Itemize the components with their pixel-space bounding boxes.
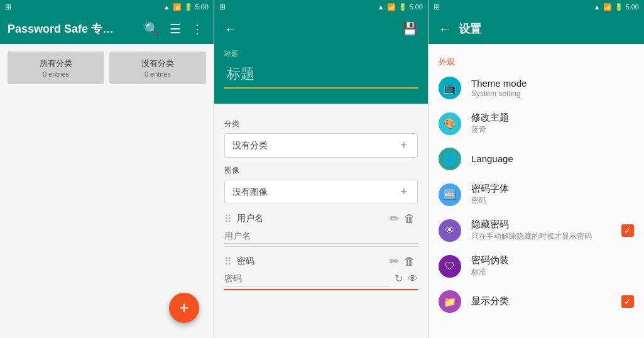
category-value: 没有分类 <box>232 140 398 151</box>
color-icon-circle: 🎨 <box>439 112 461 135</box>
signal-icon-3: 📶 <box>603 3 612 11</box>
drag-handle-username[interactable]: ⠿ <box>224 213 232 225</box>
hide-password-icon-circle: 👁 <box>439 219 461 242</box>
statusbar-1: ⊞ ▲ 📶 🔋 5:00 <box>0 0 214 14</box>
language-text: Language <box>471 153 634 165</box>
edit-username-icon[interactable]: ✏ <box>387 212 401 226</box>
statusbar-left-2: ⊞ <box>219 3 226 11</box>
camouflage-icon-circle: 🛡 <box>439 255 461 278</box>
signal-icon-1: 📶 <box>173 3 182 11</box>
font-title: 密码字体 <box>471 183 634 195</box>
search-icon[interactable]: 🔍 <box>141 19 162 39</box>
camouflage-icon: 🛡 <box>445 261 455 272</box>
font-icon-circle: 🔤 <box>439 183 461 206</box>
category-field[interactable]: 没有分类 + <box>224 133 418 158</box>
settings-item-hide-password[interactable]: 👁 隐藏密码 只在手动解除隐藏的时候才显示密码 ✓ <box>428 212 644 248</box>
color-icon: 🎨 <box>444 117 456 129</box>
password-field: ⠿ 密码 ✏ 🗑 ↻ 👁 <box>224 254 418 290</box>
panel3: ⊞ ▲ 📶 🔋 5:00 ← 设置 外观 📺 Theme mode System… <box>428 0 644 338</box>
show-category-icon: 📁 <box>444 296 456 308</box>
edit-password-icon[interactable]: ✏ <box>387 254 401 268</box>
refresh-password-icon[interactable]: ↻ <box>395 273 403 285</box>
title-field-label: 标题 <box>224 49 418 58</box>
username-field-label: 用户名 <box>237 213 387 224</box>
wifi-icon-2: ▲ <box>378 3 385 11</box>
appbar-1: Password Safe 专… 🔍 ☰ ⋮ <box>0 14 214 44</box>
statusbar-right-2: ▲ 📶 🔋 5:00 <box>378 3 423 11</box>
hide-password-subtitle: 只在手动解除隐藏的时候才显示密码 <box>471 231 621 242</box>
toggle-password-icon[interactable]: 👁 <box>408 273 418 285</box>
delete-password-icon[interactable]: 🗑 <box>401 255 418 268</box>
show-category-title: 显示分类 <box>471 295 621 307</box>
all-categories-btn[interactable]: 所有分类 0 entries <box>8 52 104 84</box>
no-categories-btn[interactable]: 没有分类 0 entries <box>109 52 206 84</box>
settings-item-language[interactable]: 🌐 Language <box>428 141 644 177</box>
statusbar-2: ⊞ ▲ 📶 🔋 5:00 <box>214 0 428 14</box>
fab-button[interactable]: + <box>169 293 199 323</box>
statusbar-right-3: ▲ 📶 🔋 5:00 <box>594 3 639 11</box>
camouflage-title: 密码伪装 <box>471 254 634 266</box>
settings-item-font[interactable]: 🔤 密码字体 密码 <box>428 177 644 212</box>
app-title: Password Safe 专… <box>8 21 136 36</box>
all-categories-label: 所有分类 <box>13 58 99 69</box>
theme-subtitle: System setting <box>471 89 634 98</box>
app-icon-2: ⊞ <box>219 3 226 11</box>
font-text: 密码字体 密码 <box>471 183 634 206</box>
back-icon-3[interactable]: ← <box>436 19 454 39</box>
category-buttons: 所有分类 0 entries 没有分类 0 entries <box>8 52 206 84</box>
add-category-icon[interactable]: + <box>398 139 410 152</box>
username-input[interactable] <box>224 228 418 244</box>
camouflage-text: 密码伪装 标准 <box>471 254 634 278</box>
drag-handle-password[interactable]: ⠿ <box>224 256 232 268</box>
image-section-label: 图像 <box>224 165 418 176</box>
save-icon[interactable]: 💾 <box>400 19 420 39</box>
image-field[interactable]: 没有图像 + <box>224 180 418 204</box>
show-category-icon-circle: 📁 <box>439 290 461 313</box>
theme-icon: 📺 <box>444 82 456 94</box>
more-icon[interactable]: ⋮ <box>188 19 206 39</box>
battery-icon-1: 🔋 <box>184 3 193 11</box>
settings-item-theme[interactable]: 📺 Theme mode System setting <box>428 70 644 106</box>
password-field-label: 密码 <box>237 256 387 267</box>
panel1-container: ⊞ ▲ 📶 🔋 5:00 Password Safe 专… 🔍 ☰ ⋮ 所有分类… <box>0 0 214 338</box>
theme-text: Theme mode System setting <box>471 78 634 98</box>
language-icon: 🌐 <box>444 153 456 165</box>
all-categories-count: 0 entries <box>13 70 99 78</box>
no-categories-label: 没有分类 <box>114 58 201 69</box>
app-icon-3: ⊞ <box>434 3 440 11</box>
username-field-header: ⠿ 用户名 ✏ 🗑 <box>224 212 418 226</box>
camouflage-subtitle: 标准 <box>471 267 634 278</box>
panel1: ⊞ ▲ 📶 🔋 5:00 Password Safe 专… 🔍 ☰ ⋮ 所有分类… <box>0 0 214 338</box>
language-icon-circle: 🌐 <box>439 148 461 170</box>
settings-item-color[interactable]: 🎨 修改主题 蓝青 <box>428 106 644 141</box>
username-field: ⠿ 用户名 ✏ 🗑 <box>224 212 418 247</box>
password-field-header: ⠿ 密码 ✏ 🗑 <box>224 254 418 268</box>
settings-item-camouflage[interactable]: 🛡 密码伪装 标准 <box>428 248 644 284</box>
app-icon-1: ⊞ <box>5 3 11 11</box>
settings-item-show-category[interactable]: 📁 显示分类 ✓ <box>428 284 644 319</box>
delete-username-icon[interactable]: 🗑 <box>401 212 418 226</box>
signal-icon-2: 📶 <box>387 3 396 11</box>
title-input[interactable] <box>224 61 418 89</box>
grid-icon[interactable]: ☰ <box>167 19 183 39</box>
color-title: 修改主题 <box>471 112 634 124</box>
settings-appbar: ← 设置 <box>428 14 644 44</box>
time-1: 5:00 <box>195 3 209 11</box>
back-icon-2[interactable]: ← <box>222 19 239 39</box>
statusbar-left-3: ⊞ <box>434 3 440 11</box>
language-title: Language <box>471 153 634 164</box>
time-2: 5:00 <box>410 3 423 11</box>
password-input[interactable] <box>224 271 390 286</box>
title-section: 标题 <box>214 44 428 104</box>
battery-icon-3: 🔋 <box>614 3 623 11</box>
hide-password-checkbox[interactable]: ✓ <box>621 224 634 237</box>
show-category-checkbox[interactable]: ✓ <box>621 295 634 308</box>
settings-title: 设置 <box>459 21 636 36</box>
add-image-icon[interactable]: + <box>398 185 410 199</box>
no-categories-count: 0 entries <box>114 70 201 78</box>
statusbar-left-1: ⊞ <box>5 3 11 11</box>
theme-icon-circle: 📺 <box>439 77 461 99</box>
statusbar-3: ⊞ ▲ 📶 🔋 5:00 <box>428 0 644 14</box>
wifi-icon-3: ▲ <box>594 3 601 11</box>
image-value: 没有图像 <box>232 187 398 198</box>
